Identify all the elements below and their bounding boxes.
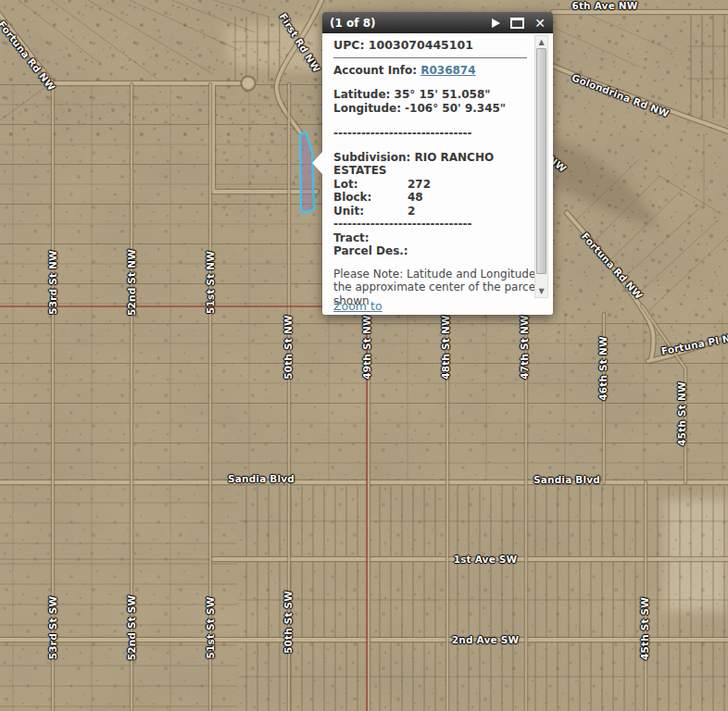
popup-scroll-content: UPC: 1003070445101 Account Info: R036874… (322, 33, 553, 305)
scroll-up-icon[interactable]: ▲ (535, 37, 547, 47)
longitude-line: Longitude: -106° 50' 9.345" (333, 102, 527, 116)
subdivision-line2: ESTATES (333, 164, 527, 178)
note-line1: Please Note: Latitude and Longitude is (333, 268, 527, 281)
account-info-label: Account Info: (333, 64, 417, 77)
scrollbar-thumb[interactable] (536, 48, 546, 274)
popup-callout-arrow (312, 152, 322, 174)
close-button[interactable]: ✕ (534, 17, 546, 30)
popup-header[interactable]: (1 of 8) ✕ (322, 12, 553, 33)
map-application-window: Fortuna Rd NW First Rd NW 6th Ave NW Gol… (0, 0, 728, 711)
latitude-line: Latitude: 35° 15' 51.058" (333, 88, 527, 102)
popup-title: (1 of 8) (330, 17, 492, 30)
lot-label: Lot: (333, 178, 408, 192)
maximize-button[interactable] (510, 18, 524, 29)
divider-rule (333, 57, 527, 58)
zoom-to-link[interactable]: Zoom to (333, 299, 383, 313)
tract-label: Tract: (333, 231, 527, 245)
account-info-link[interactable]: R036874 (420, 64, 475, 77)
parcel-des-label: Parcel Des.: (333, 244, 527, 258)
unit-label: Unit: (333, 205, 408, 218)
dashed-divider2: ------------------------------ (333, 218, 527, 231)
next-result-button[interactable] (492, 19, 500, 28)
block-value: 48 (408, 191, 423, 204)
dashed-divider: ------------------------------ (333, 127, 527, 141)
unit-value: 2 (408, 205, 415, 218)
block-label: Block: (333, 191, 408, 205)
upc-line: UPC: 1003070445101 (333, 39, 527, 53)
parcel-info-popup: (1 of 8) ✕ UPC: 1003070445101 Account In… (322, 12, 553, 315)
note-line2: the approximate center of the parcel (333, 281, 527, 294)
scroll-down-icon[interactable]: ▼ (535, 286, 547, 296)
lot-value: 272 (408, 178, 431, 191)
popup-scrollbar[interactable]: ▲ ▼ (534, 35, 548, 298)
subdivision-line1: Subdivision: RIO RANCHO (333, 151, 527, 165)
